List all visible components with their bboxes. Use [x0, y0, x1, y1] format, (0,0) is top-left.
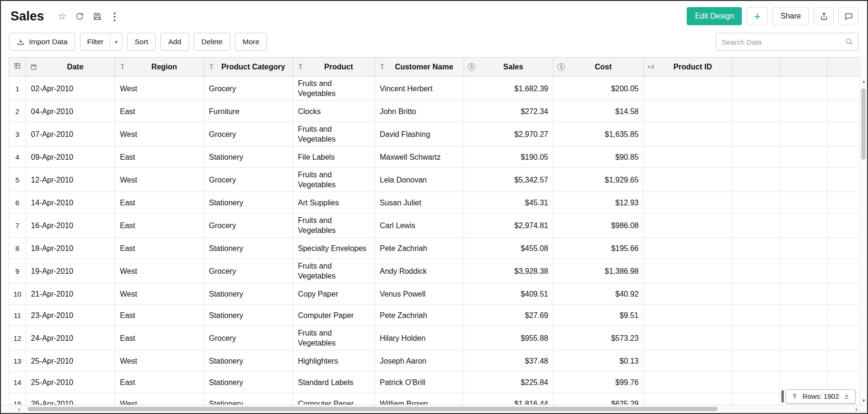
- cell-empty[interactable]: [644, 101, 732, 122]
- cell-category[interactable]: Grocery: [204, 213, 293, 238]
- cell-empty[interactable]: [732, 101, 780, 122]
- cell-region[interactable]: East: [115, 101, 204, 122]
- cell-product[interactable]: Fruits and Vegetables: [293, 213, 375, 238]
- row-number[interactable]: 14: [9, 372, 26, 393]
- cell-date[interactable]: 25-Apr-2010: [26, 350, 115, 372]
- cell-product[interactable]: Standard Labels: [293, 372, 375, 393]
- cell-region[interactable]: West: [115, 77, 204, 101]
- cell-category[interactable]: Grocery: [204, 326, 293, 350]
- cell-empty[interactable]: [828, 168, 860, 192]
- cell-customer[interactable]: Joseph Aaron: [375, 350, 464, 372]
- cell-region[interactable]: West: [115, 350, 204, 372]
- cell-empty[interactable]: [644, 305, 732, 326]
- cell-empty[interactable]: [644, 77, 732, 101]
- cell-sales[interactable]: $2,970.27: [464, 122, 553, 146]
- refresh-icon[interactable]: [75, 12, 84, 21]
- cell-empty[interactable]: [828, 192, 860, 213]
- row-number[interactable]: 1: [9, 77, 26, 101]
- favorite-star-icon[interactable]: ☆: [58, 11, 67, 21]
- share-button[interactable]: Share: [772, 7, 809, 25]
- cell-cost[interactable]: $1,929.65: [553, 168, 644, 192]
- cell-empty[interactable]: [644, 350, 732, 372]
- cell-empty[interactable]: [644, 146, 732, 168]
- cell-empty[interactable]: [828, 305, 860, 326]
- cell-date[interactable]: 12-Apr-2010: [26, 168, 115, 192]
- column-header-product-category[interactable]: T Product Category: [204, 58, 293, 77]
- cell-empty[interactable]: [732, 350, 780, 372]
- cell-sales[interactable]: $1,682.39: [464, 77, 553, 101]
- cell-empty[interactable]: [644, 372, 732, 393]
- cell-cost[interactable]: $1,386.98: [553, 259, 644, 283]
- cell-empty[interactable]: [732, 238, 780, 259]
- cell-sales[interactable]: $955.88: [464, 326, 553, 350]
- row-number[interactable]: 6: [9, 192, 26, 213]
- cell-date[interactable]: 25-Apr-2010: [26, 372, 115, 393]
- column-header-product-id[interactable]: +# Product ID: [644, 58, 732, 77]
- cell-empty[interactable]: [780, 77, 828, 101]
- cell-date[interactable]: 16-Apr-2010: [26, 213, 115, 238]
- cell-region[interactable]: East: [115, 213, 204, 238]
- cell-customer[interactable]: Patrick O'Brill: [375, 372, 464, 393]
- cell-sales[interactable]: $3,928.38: [464, 259, 553, 283]
- cell-region[interactable]: East: [115, 305, 204, 326]
- cell-empty[interactable]: [780, 259, 828, 283]
- cell-sales[interactable]: $225.84: [464, 372, 553, 393]
- cell-customer[interactable]: Pete Zachriah: [375, 238, 464, 259]
- cell-empty[interactable]: [644, 168, 732, 192]
- cell-cost[interactable]: $90.85: [553, 146, 644, 168]
- cell-empty[interactable]: [732, 192, 780, 213]
- cell-product[interactable]: Art Supplies: [293, 192, 375, 213]
- cell-empty[interactable]: [828, 213, 860, 238]
- cell-cost[interactable]: $40.92: [553, 283, 644, 305]
- cell-cost[interactable]: $625.29: [553, 393, 644, 405]
- cell-sales[interactable]: $37.48: [464, 350, 553, 372]
- cell-sales[interactable]: $272.34: [464, 101, 553, 122]
- cell-category[interactable]: Stationery: [204, 238, 293, 259]
- cell-date[interactable]: 09-Apr-2010: [26, 146, 115, 168]
- cell-empty[interactable]: [828, 77, 860, 101]
- cell-empty[interactable]: [644, 259, 732, 283]
- cell-empty[interactable]: [780, 238, 828, 259]
- cell-product[interactable]: Computer Paper: [293, 393, 375, 405]
- cell-empty[interactable]: [644, 213, 732, 238]
- scroll-left-icon[interactable]: ‹: [18, 405, 20, 413]
- cell-product[interactable]: Clocks: [293, 101, 375, 122]
- cell-customer[interactable]: Hilary Holden: [375, 326, 464, 350]
- row-number[interactable]: 5: [9, 168, 26, 192]
- scroll-up-icon[interactable]: ▲: [860, 79, 867, 84]
- cell-cost[interactable]: $99.76: [553, 372, 644, 393]
- cell-sales[interactable]: $45.31: [464, 192, 553, 213]
- cell-product[interactable]: Copy Paper: [293, 283, 375, 305]
- cell-region[interactable]: East: [115, 326, 204, 350]
- cell-empty[interactable]: [644, 122, 732, 146]
- cell-empty[interactable]: [644, 393, 732, 405]
- cell-region[interactable]: East: [115, 146, 204, 168]
- column-header-empty[interactable]: [732, 58, 780, 77]
- comments-button[interactable]: [838, 7, 858, 25]
- row-number[interactable]: 9: [9, 259, 26, 283]
- cell-empty[interactable]: [828, 283, 860, 305]
- cell-region[interactable]: West: [115, 168, 204, 192]
- cell-product[interactable]: Fruits and Vegetables: [293, 259, 375, 283]
- cell-cost[interactable]: $573.23: [553, 326, 644, 350]
- cell-region[interactable]: West: [115, 283, 204, 305]
- cell-empty[interactable]: [780, 326, 828, 350]
- cell-customer[interactable]: Venus Powell: [375, 283, 464, 305]
- cell-product[interactable]: File Labels: [293, 146, 375, 168]
- cell-date[interactable]: 04-Apr-2010: [26, 101, 115, 122]
- cell-product[interactable]: Fruits and Vegetables: [293, 168, 375, 192]
- cell-empty[interactable]: [780, 350, 828, 372]
- cell-customer[interactable]: Susan Juliet: [375, 192, 464, 213]
- cell-date[interactable]: 18-Apr-2010: [26, 238, 115, 259]
- sort-button[interactable]: Sort: [127, 33, 156, 51]
- cell-sales[interactable]: $27.69: [464, 305, 553, 326]
- cell-product[interactable]: Specialty Envelopes: [293, 238, 375, 259]
- cell-customer[interactable]: Andy Roddick: [375, 259, 464, 283]
- cell-region[interactable]: West: [115, 122, 204, 146]
- cell-empty[interactable]: [732, 372, 780, 393]
- cell-cost[interactable]: $195.66: [553, 238, 644, 259]
- cell-cost[interactable]: $12.93: [553, 192, 644, 213]
- cell-empty[interactable]: [780, 168, 828, 192]
- cell-region[interactable]: East: [115, 238, 204, 259]
- cell-empty[interactable]: [828, 101, 860, 122]
